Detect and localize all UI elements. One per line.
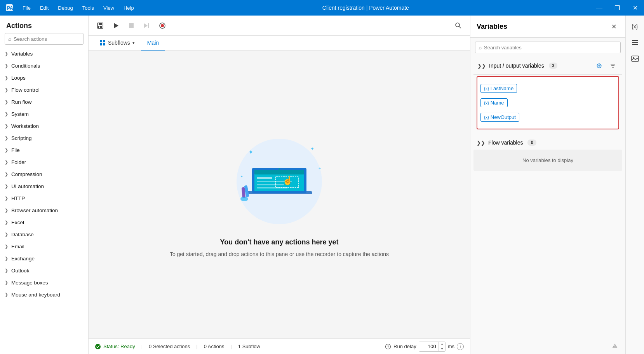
category-label: Folder bbox=[11, 159, 26, 165]
actions-search-input[interactable] bbox=[14, 36, 80, 42]
svg-rect-48 bbox=[632, 42, 638, 43]
category-workstation[interactable]: ❯ Workstation bbox=[0, 120, 88, 132]
clear-icon[interactable] bbox=[610, 340, 621, 351]
tab-subflows[interactable]: Subflows ▾ bbox=[93, 36, 141, 51]
category-compression[interactable]: ❯ Compression bbox=[0, 168, 88, 180]
svg-text:☝: ☝ bbox=[282, 175, 293, 186]
category-excel[interactable]: ❯ Excel bbox=[0, 216, 88, 228]
category-file[interactable]: ❯ File bbox=[0, 144, 88, 156]
category-label: Email bbox=[11, 244, 24, 249]
image-icon-button[interactable] bbox=[628, 51, 642, 66]
category-browser-automation[interactable]: ❯ Browser automation bbox=[0, 204, 88, 216]
svg-marker-8 bbox=[144, 23, 148, 28]
category-message-boxes[interactable]: ❯ Message boxes bbox=[0, 277, 88, 289]
menu-help[interactable]: Help bbox=[120, 3, 138, 12]
category-label: Outlook bbox=[11, 268, 30, 274]
category-conditionals[interactable]: ❯ Conditionals bbox=[0, 60, 88, 72]
run-button[interactable] bbox=[109, 19, 123, 33]
variables-search-box[interactable]: ⌕ bbox=[475, 42, 621, 53]
category-system[interactable]: ❯ System bbox=[0, 108, 88, 120]
menu-edit[interactable]: Edit bbox=[36, 3, 52, 12]
category-outlook[interactable]: ❯ Outlook bbox=[0, 265, 88, 277]
svg-text:{x}: {x} bbox=[632, 23, 638, 30]
variables-search-input[interactable] bbox=[484, 45, 617, 51]
run-delay-down-button[interactable]: ▾ bbox=[439, 347, 445, 351]
svg-text:✦: ✦ bbox=[318, 166, 321, 171]
chevron-icon: ❯ bbox=[5, 220, 8, 225]
actions-panel: Actions ⌕ ❯ Variables ❯ Conditionals ❯ L… bbox=[0, 16, 89, 354]
status-check-icon bbox=[95, 344, 101, 350]
category-database[interactable]: ❯ Database bbox=[0, 228, 88, 241]
flow-vars-chevron-icon[interactable]: ❯❯ bbox=[477, 140, 485, 146]
variable-chip-label: Name bbox=[491, 100, 504, 106]
svg-marker-6 bbox=[114, 23, 118, 28]
chevron-icon: ❯ bbox=[5, 196, 8, 201]
menu-view[interactable]: View bbox=[99, 3, 118, 12]
status-ready: Status: Ready bbox=[95, 344, 135, 350]
variable-chip-newoutput[interactable]: {x} NewOutput bbox=[480, 113, 519, 122]
menu-tools[interactable]: Tools bbox=[78, 3, 98, 12]
run-delay-up-button[interactable]: ▴ bbox=[439, 342, 445, 347]
category-variables[interactable]: ❯ Variables bbox=[0, 48, 88, 60]
category-mouse-keyboard[interactable]: ❯ Mouse and keyboard bbox=[0, 289, 88, 301]
category-exchange[interactable]: ❯ Exchange bbox=[0, 253, 88, 265]
svg-line-40 bbox=[388, 347, 389, 347]
category-run-flow[interactable]: ❯ Run flow bbox=[0, 96, 88, 108]
svg-point-37 bbox=[95, 344, 101, 349]
category-scripting[interactable]: ❯ Scripting bbox=[0, 132, 88, 144]
svg-rect-5 bbox=[99, 26, 100, 28]
svg-text:✦: ✦ bbox=[240, 175, 243, 178]
category-label: System bbox=[11, 111, 29, 117]
chevron-icon: ❯ bbox=[5, 160, 8, 165]
run-delay-info-button[interactable]: i bbox=[457, 343, 464, 350]
category-email[interactable]: ❯ Email bbox=[0, 241, 88, 253]
tab-main[interactable]: Main bbox=[141, 36, 165, 51]
svg-rect-47 bbox=[632, 40, 638, 41]
minimize-button[interactable]: — bbox=[590, 0, 608, 16]
run-delay-input[interactable] bbox=[419, 342, 439, 351]
variable-chip-label: LastName bbox=[491, 85, 513, 91]
flow-vars-header: ❯❯ Flow variables 0 bbox=[473, 136, 622, 150]
flow-vars-empty-message: No variables to display bbox=[522, 157, 573, 163]
subflows-dropdown-icon[interactable]: ▾ bbox=[132, 40, 135, 45]
actions-search-box[interactable]: ⌕ bbox=[5, 33, 84, 45]
record-button[interactable] bbox=[155, 19, 169, 33]
svg-text:PA: PA bbox=[7, 5, 13, 11]
menu-debug[interactable]: Debug bbox=[54, 3, 77, 12]
save-button[interactable] bbox=[93, 19, 107, 33]
run-delay-section: Run delay ▴ ▾ ms i bbox=[385, 342, 464, 352]
io-section-label: Input / output variables bbox=[489, 63, 544, 69]
category-ui-automation[interactable]: ❯ UI automation bbox=[0, 180, 88, 192]
far-right-panel: {x} bbox=[625, 16, 644, 354]
chevron-icon: ❯ bbox=[5, 280, 8, 285]
variable-chip-lastname[interactable]: {x} LastName bbox=[480, 84, 517, 93]
category-http[interactable]: ❯ HTTP bbox=[0, 192, 88, 204]
layers-icon-button[interactable] bbox=[628, 35, 642, 50]
close-button[interactable]: ✕ bbox=[626, 0, 644, 16]
next-step-button[interactable] bbox=[140, 19, 154, 33]
io-filter-button[interactable] bbox=[607, 60, 618, 71]
svg-text:✦: ✦ bbox=[248, 149, 253, 155]
category-label: Browser automation bbox=[11, 208, 58, 213]
variables-close-button[interactable]: ✕ bbox=[608, 21, 619, 32]
variable-row-name: {x} Name bbox=[480, 97, 615, 109]
variables-header: Variables ✕ bbox=[470, 16, 625, 38]
flow-search-button[interactable] bbox=[451, 19, 465, 33]
chevron-icon: ❯ bbox=[5, 232, 8, 237]
menu-file[interactable]: File bbox=[19, 3, 35, 12]
status-divider-3: | bbox=[230, 344, 231, 349]
category-folder[interactable]: ❯ Folder bbox=[0, 156, 88, 168]
svg-rect-49 bbox=[632, 44, 638, 45]
category-label: Run flow bbox=[11, 99, 32, 105]
category-loops[interactable]: ❯ Loops bbox=[0, 72, 88, 84]
selected-actions-text: 0 Selected actions bbox=[149, 344, 190, 349]
io-add-variable-button[interactable]: ⊕ bbox=[594, 60, 604, 71]
io-chevron-icon[interactable]: ❯❯ bbox=[477, 63, 486, 69]
run-delay-input-wrapper: ▴ ▾ bbox=[419, 342, 446, 352]
stop-button[interactable] bbox=[124, 19, 138, 33]
maximize-button[interactable]: ❐ bbox=[608, 0, 626, 16]
variable-chip-name[interactable]: {x} Name bbox=[480, 98, 508, 107]
variable-chip-icon: {x} bbox=[484, 101, 489, 105]
category-flow-control[interactable]: ❯ Flow control bbox=[0, 84, 88, 96]
variables-icon-button[interactable]: {x} bbox=[628, 19, 642, 33]
